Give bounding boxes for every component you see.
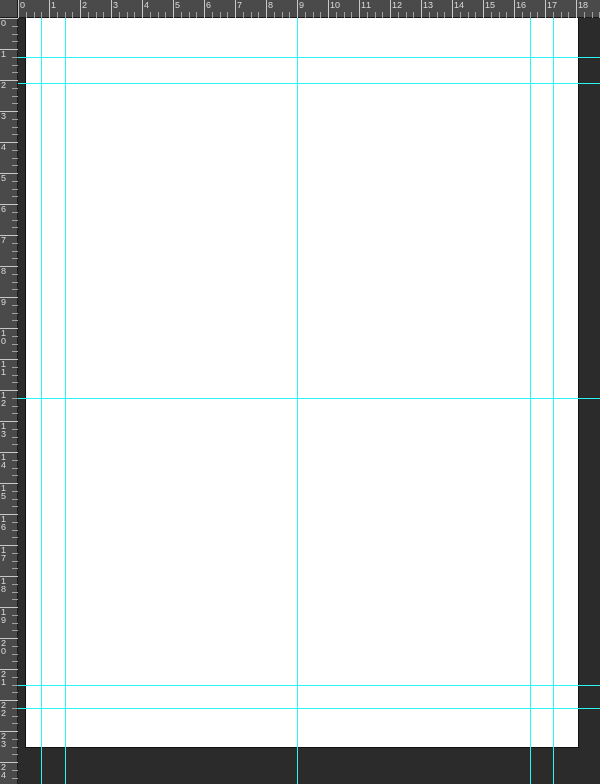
ruler-v-label: 24	[1, 763, 11, 779]
ruler-h-tick-minor	[568, 12, 569, 18]
ruler-v-label: 15	[1, 484, 11, 500]
vertical-guide[interactable]	[65, 18, 66, 784]
ruler-v-label: 18	[1, 577, 11, 593]
ruler-h-tick-minor	[444, 12, 445, 18]
ruler-h-tick-minor	[320, 12, 321, 18]
ruler-v-tick-minor	[12, 630, 18, 631]
ruler-h-tick-minor	[584, 12, 585, 18]
ruler-v-tick-minor	[12, 437, 18, 438]
ruler-v-tick-minor	[12, 382, 18, 383]
ruler-v-tick-minor	[12, 227, 18, 228]
ruler-v-tick-minor	[12, 444, 18, 445]
ruler-h-label: 17	[545, 1, 557, 10]
ruler-v-tick-minor	[12, 468, 18, 469]
ruler-h-tick-minor	[127, 12, 128, 18]
ruler-v-tick-minor	[12, 258, 18, 259]
ruler-v-tick-minor	[12, 615, 18, 616]
ruler-v-tick-minor	[12, 406, 18, 407]
ruler-v-label: 20	[1, 639, 11, 655]
ruler-v-tick-minor	[12, 72, 18, 73]
canvas-area[interactable]	[18, 18, 600, 784]
ruler-h-tick-minor	[134, 12, 135, 18]
ruler-v-tick-minor	[12, 134, 18, 135]
ruler-v-label: 0	[1, 19, 11, 27]
ruler-v-tick-minor	[12, 646, 18, 647]
ruler-v-tick-minor	[12, 34, 18, 35]
horizontal-guide[interactable]	[18, 708, 600, 709]
ruler-h-tick-minor	[468, 12, 469, 18]
ruler-h-tick-minor	[103, 12, 104, 18]
ruler-v-tick-minor	[12, 41, 18, 42]
ruler-h-tick-minor	[181, 12, 182, 18]
ruler-v-tick-minor	[12, 522, 18, 523]
ruler-h-tick-minor	[196, 12, 197, 18]
vertical-guide[interactable]	[553, 18, 554, 784]
ruler-v-tick-minor	[12, 165, 18, 166]
vertical-guide[interactable]	[41, 18, 42, 784]
ruler-h-tick-minor	[592, 12, 593, 18]
ruler-h-tick-minor	[406, 12, 407, 18]
ruler-v-tick-minor	[12, 429, 18, 430]
ruler-v-tick-minor	[12, 754, 18, 755]
ruler-h-label: 9	[297, 1, 304, 10]
ruler-v-tick-minor	[12, 313, 18, 314]
ruler-v-label: 7	[1, 236, 11, 244]
ruler-v-tick-minor	[12, 57, 18, 58]
ruler-v-tick-minor	[12, 398, 18, 399]
ruler-v-label: 8	[1, 267, 11, 275]
ruler-v-tick-minor	[12, 289, 18, 290]
horizontal-guide[interactable]	[18, 685, 600, 686]
ruler-v-label: 14	[1, 453, 11, 469]
ruler-h-tick-minor	[506, 12, 507, 18]
ruler-v-label: 6	[1, 205, 11, 213]
ruler-v-tick-minor	[12, 599, 18, 600]
ruler-v-tick-minor	[12, 119, 18, 120]
vertical-guide[interactable]	[530, 18, 531, 784]
ruler-h-label: 15	[483, 1, 495, 10]
ruler-v-label: 16	[1, 515, 11, 531]
ruler-h-label: 1	[49, 1, 56, 10]
ruler-h-label: 0	[18, 1, 25, 10]
ruler-v-tick-minor	[12, 336, 18, 337]
ruler-v-tick-minor	[12, 530, 18, 531]
ruler-h-label: 12	[390, 1, 402, 10]
ruler-h-label: 7	[235, 1, 242, 10]
ruler-h-tick-minor	[212, 12, 213, 18]
ruler-v-tick-minor	[12, 367, 18, 368]
ruler-h-label: 5	[173, 1, 180, 10]
ruler-v-tick-minor	[12, 274, 18, 275]
ruler-v-tick-minor	[12, 413, 18, 414]
ruler-v-label: 21	[1, 670, 11, 686]
horizontal-ruler[interactable]: 0123456789101112131415161718	[18, 0, 600, 18]
ruler-h-tick-minor	[522, 12, 523, 18]
ruler-v-tick-minor	[12, 708, 18, 709]
ruler-h-label: 16	[514, 1, 526, 10]
workspace: 0123456789101112131415161718 01234567891…	[0, 0, 600, 784]
vertical-guide[interactable]	[297, 18, 298, 784]
ruler-v-tick-minor	[12, 220, 18, 221]
ruler-origin-corner[interactable]	[0, 0, 18, 18]
ruler-h-tick-minor	[413, 12, 414, 18]
ruler-h-tick-minor	[274, 12, 275, 18]
ruler-v-tick-minor	[12, 592, 18, 593]
ruler-v-tick-minor	[12, 282, 18, 283]
ruler-h-tick-minor	[65, 12, 66, 18]
ruler-h-label: 18	[576, 1, 588, 10]
ruler-h-tick-minor	[150, 12, 151, 18]
ruler-v-tick-minor	[12, 739, 18, 740]
ruler-h-tick-minor	[258, 12, 259, 18]
horizontal-guide[interactable]	[18, 83, 600, 84]
ruler-h-tick-minor	[313, 12, 314, 18]
ruler-h-label: 4	[142, 1, 149, 10]
ruler-h-tick-minor	[305, 12, 306, 18]
ruler-h-label: 3	[111, 1, 118, 10]
horizontal-guide[interactable]	[18, 57, 600, 58]
horizontal-guide[interactable]	[18, 398, 600, 399]
ruler-v-tick-minor	[12, 623, 18, 624]
ruler-v-tick-minor	[12, 212, 18, 213]
ruler-v-tick-minor	[12, 375, 18, 376]
ruler-h-tick-minor	[289, 12, 290, 18]
ruler-v-tick-minor	[12, 88, 18, 89]
document-page[interactable]	[26, 18, 578, 747]
vertical-ruler[interactable]: 0123456789101112131415161718192021222324	[0, 18, 18, 784]
